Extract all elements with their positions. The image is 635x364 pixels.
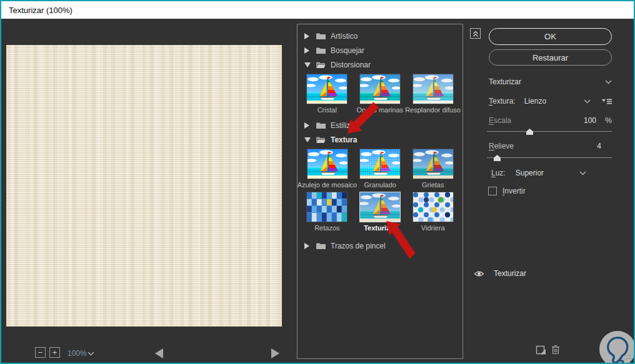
slider-thumb[interactable] <box>494 155 501 161</box>
zoom-out-button[interactable]: − <box>35 347 46 358</box>
scale-unit: % <box>604 116 612 125</box>
chevron-down-icon <box>579 170 586 175</box>
invert-label: Invertir <box>502 187 526 195</box>
category-distorsionar[interactable]: Distorsionar <box>298 57 462 72</box>
invert-checkbox[interactable] <box>488 187 497 195</box>
light-label: Luz: <box>491 169 506 177</box>
trash-icon <box>551 345 560 355</box>
thumb-label: Azulejo de mosaico <box>298 181 357 189</box>
eye-icon[interactable] <box>474 270 484 277</box>
thumb-label-selected: Texturizar <box>364 224 396 232</box>
category-label: Bosquejar <box>331 46 364 55</box>
light-dropdown[interactable]: Luz: Superior <box>491 169 586 177</box>
folder-closed-icon <box>316 242 326 250</box>
texture-dropdown[interactable]: Textura: Lienzo <box>489 97 612 106</box>
zoom-in-button[interactable]: + <box>49 347 60 358</box>
granulado-thumbnail-image <box>359 149 401 179</box>
collapsed-triangle-icon[interactable] <box>304 122 310 129</box>
thumb-label: Granulado <box>364 181 396 189</box>
cristal-thumbnail-image <box>306 74 348 104</box>
scale-value[interactable]: 100 <box>584 116 596 125</box>
textura-thumbnails-row-1: Azulejo de mosaico Granulado Grietas <box>298 147 462 190</box>
category-trazos-de-pincel[interactable]: Trazos de pincel <box>298 239 462 253</box>
delete-effect-layer-button[interactable] <box>551 345 560 357</box>
filter-thumb-retazos[interactable]: Retazos <box>301 192 354 232</box>
filter-thumb-ondas-marinas[interactable]: Ondas marinas <box>354 74 407 114</box>
texture-label: Textura: <box>489 97 516 106</box>
slider-track <box>487 157 612 158</box>
plus-icon: + <box>52 348 58 357</box>
vidriera-thumbnail-image <box>412 192 454 222</box>
minus-icon: − <box>38 348 43 357</box>
category-estilizar[interactable]: Estilizar <box>298 118 462 132</box>
window-title: Texturizar (100%) <box>9 6 72 15</box>
collapse-panel-button[interactable] <box>470 28 481 39</box>
folder-closed-icon <box>316 32 326 40</box>
thumb-label: Vidriera <box>421 224 445 232</box>
expanded-triangle-icon[interactable] <box>304 62 310 68</box>
invert-option[interactable]: Invertir <box>488 187 526 195</box>
folder-closed-icon <box>316 47 326 54</box>
expanded-triangle-icon[interactable] <box>304 137 310 143</box>
relief-setting-row: Relieve 4 <box>489 142 612 150</box>
filter-select-value: Texturizar <box>489 77 605 86</box>
thumb-label: Ondas marinas <box>356 106 403 114</box>
folder-open-icon <box>316 61 326 69</box>
filter-thumb-grietas[interactable]: Grietas <box>407 149 460 189</box>
ok-button[interactable]: OK <box>489 28 612 45</box>
filter-thumb-cristal[interactable]: Cristal <box>301 74 354 114</box>
retazos-thumbnail-image <box>306 192 348 222</box>
restore-label: Restaurar <box>532 53 568 62</box>
ok-label: OK <box>544 32 556 41</box>
collapsed-triangle-icon[interactable] <box>304 243 310 249</box>
filter-preview-canvas[interactable] <box>6 45 282 327</box>
texturize-filter-gallery-dialog: Texturizar (100%) − + 100% Artístico Bos… <box>0 0 635 364</box>
thumb-label: Retazos <box>314 224 339 232</box>
texture-value: Lienzo <box>524 97 584 106</box>
collapsed-triangle-icon[interactable] <box>304 47 310 54</box>
filter-thumb-texturizar[interactable]: Texturizar <box>354 192 407 232</box>
category-label: Distorsionar <box>331 61 371 69</box>
category-textura[interactable]: Textura <box>298 132 462 147</box>
previous-arrow-button[interactable] <box>155 348 163 358</box>
relief-slider[interactable] <box>487 154 612 162</box>
zoom-level-value[interactable]: 100% <box>68 349 87 358</box>
scale-setting-row: Escala 100 % <box>489 116 612 125</box>
titlebar[interactable]: Texturizar (100%) <box>1 1 634 19</box>
relief-value[interactable]: 4 <box>597 142 601 150</box>
collapsed-triangle-icon[interactable] <box>304 33 310 39</box>
new-effect-layer-icon <box>536 345 546 355</box>
new-effect-layer-button[interactable] <box>536 345 546 357</box>
thumb-label: Grietas <box>422 181 444 189</box>
category-label: Trazos de pincel <box>331 242 386 250</box>
texturizar-thumbnail-image <box>359 192 401 222</box>
grietas-thumbnail-image <box>412 149 454 179</box>
resplandor-difuso-thumbnail-image <box>412 74 454 104</box>
zoom-level-dropdown[interactable] <box>88 351 93 357</box>
category-artistico[interactable]: Artístico <box>298 29 462 43</box>
chevron-down-icon <box>88 351 94 356</box>
scale-slider[interactable] <box>487 128 612 135</box>
ondas-marinas-thumbnail-image <box>359 74 401 104</box>
texture-flyout-menu-icon[interactable] <box>602 98 612 105</box>
filter-thumb-granulado[interactable]: Granulado <box>354 149 407 189</box>
filter-thumb-azulejo-de-mosaico[interactable]: Azulejo de mosaico <box>301 149 354 189</box>
folder-open-icon <box>316 136 326 144</box>
category-label: Estilizar <box>331 121 357 130</box>
category-label: Textura <box>331 135 357 144</box>
effect-layer-row[interactable]: Texturizar <box>474 269 526 278</box>
filter-list-panel: Artístico Bosquejar Distorsionar Cristal… <box>297 24 463 359</box>
slider-thumb[interactable] <box>526 129 533 135</box>
restore-button[interactable]: Restaurar <box>489 49 612 66</box>
filter-thumb-resplandor-difuso[interactable]: Resplandor difuso <box>406 74 459 114</box>
folder-closed-icon <box>316 122 326 129</box>
filter-thumb-vidriera[interactable]: Vidriera <box>406 192 459 232</box>
next-arrow-button[interactable] <box>271 348 279 358</box>
filter-select-dropdown[interactable]: Texturizar <box>489 77 612 86</box>
category-bosquejar[interactable]: Bosquejar <box>298 43 462 57</box>
distorsionar-thumbnails: Cristal Ondas marinas Resplandor difuso <box>298 72 462 115</box>
chevron-down-icon <box>605 79 612 84</box>
thumb-label: Cristal <box>318 106 337 114</box>
scale-label: Escala <box>489 116 584 125</box>
light-value: Superior <box>516 169 579 177</box>
